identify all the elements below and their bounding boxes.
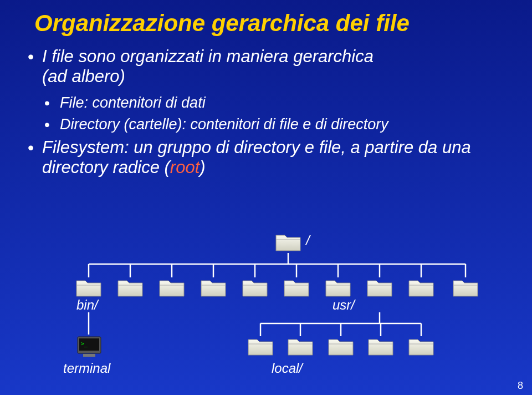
bin-label: bin/: [76, 297, 98, 313]
folder-bin-icon: [76, 281, 101, 296]
bullet-text: Filesystem: un gruppo di directory e fil…: [42, 138, 471, 177]
folder-icon: [409, 281, 433, 296]
bullet-item-1: I file sono organizzati in maniera gerar…: [28, 47, 532, 87]
bullet-text: ): [200, 158, 205, 177]
folder-icon: [326, 281, 350, 296]
terminal-icon: [78, 337, 101, 357]
folder-local-icon: [329, 340, 353, 355]
folder-icon: [248, 340, 273, 355]
folder-usr-icon: [367, 281, 392, 296]
folder-icon: [160, 281, 184, 296]
bullet-item-3: Directory (cartelle): contenitori di fil…: [44, 116, 532, 133]
folder-icon: [284, 281, 309, 296]
bullet-item-4: Filesystem: un gruppo di directory e fil…: [28, 138, 532, 178]
folder-icon: [453, 281, 478, 296]
filesystem-tree-diagram: >_: [33, 232, 499, 384]
bullet-text: (ad albero): [42, 67, 125, 86]
bullet-item-2: File: contenitori di dati: [44, 94, 532, 112]
folder-icon: [409, 340, 433, 355]
folder-icon: [288, 340, 313, 355]
folder-root-icon: [276, 235, 300, 251]
terminal-label: terminal: [63, 361, 110, 376]
root-keyword: root: [170, 158, 200, 177]
folder-icon: [243, 281, 267, 296]
bullet-text: I file sono organizzati in maniera gerar…: [42, 47, 374, 66]
local-label: local/: [272, 361, 303, 376]
folder-icon: [201, 281, 226, 296]
slide-title: Organizzazione gerarchica dei file: [0, 0, 532, 37]
root-label: /: [306, 233, 310, 249]
folder-icon: [369, 340, 393, 355]
slide-number: 8: [518, 380, 523, 392]
usr-label: usr/: [332, 297, 355, 313]
bullet-list: I file sono organizzati in maniera gerar…: [0, 37, 532, 178]
folder-icon: [118, 281, 142, 296]
